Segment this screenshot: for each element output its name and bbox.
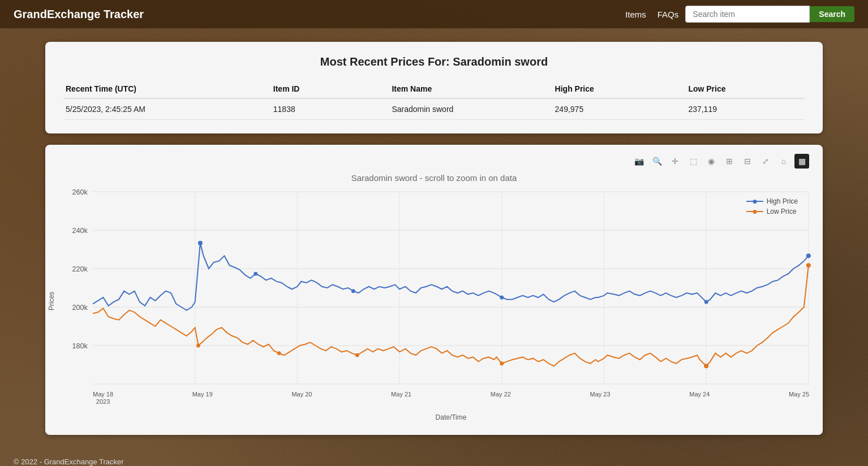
col-header-time: Recent Time (UTC)	[63, 80, 271, 98]
chart-toolbar: 📷 🔍 ✛ ⬚ ◉ ⊞ ⊟ ⤢ ⌂ ▦	[59, 154, 809, 169]
legend-low-price: Low Price	[746, 208, 798, 215]
toolbar-lasso-icon[interactable]: ◉	[704, 154, 719, 169]
x-label-7: May 25	[789, 391, 809, 405]
nav-links: Items FAQs	[625, 10, 678, 19]
cell-high-price: 249,975	[553, 98, 686, 120]
table-header-row: Recent Time (UTC) Item ID Item Name High…	[63, 80, 805, 98]
svg-point-23	[806, 253, 811, 258]
x-label-2: May 20	[291, 391, 312, 405]
svg-point-20	[351, 289, 355, 293]
svg-text:180k: 180k	[72, 342, 88, 350]
toolbar-zoomin-icon[interactable]: ⊞	[722, 154, 737, 169]
toolbar-home-icon[interactable]: ⌂	[776, 154, 791, 169]
x-axis-label: Date/Time	[93, 413, 809, 421]
footer-text: © 2022 - GrandExchange Tracker	[14, 458, 124, 466]
svg-point-24	[196, 344, 200, 348]
toolbar-bar-icon[interactable]: ▦	[794, 154, 809, 169]
navbar: GrandExchange Tracker Items FAQs Search	[0, 0, 868, 28]
col-header-id: Item ID	[271, 80, 390, 98]
nav-items[interactable]: Items	[625, 10, 646, 19]
toolbar-zoomout-icon[interactable]: ⊟	[740, 154, 755, 169]
col-header-name: Item Name	[389, 80, 552, 98]
chart-title: Saradomin sword - scroll to zoom in on d…	[59, 173, 809, 183]
footer: © 2022 - GrandExchange Tracker	[0, 448, 868, 466]
x-label-0: May 182023	[93, 391, 113, 405]
legend-high-label: High Price	[767, 197, 798, 205]
legend-high-price: High Price	[746, 197, 798, 205]
x-label-5: May 23	[590, 391, 611, 405]
chart-svg: 260k 240k 220k 200k 180k	[93, 192, 809, 384]
cell-time: 5/25/2023, 2:45:25 AM	[63, 98, 271, 120]
x-label-6: May 24	[689, 391, 710, 405]
search-button[interactable]: Search	[810, 6, 854, 22]
svg-text:260k: 260k	[72, 188, 88, 196]
x-label-4: May 22	[491, 391, 511, 405]
svg-point-29	[806, 263, 811, 267]
toolbar-pan-icon[interactable]: ✛	[668, 154, 682, 169]
chart-card: 📷 🔍 ✛ ⬚ ◉ ⊞ ⊟ ⤢ ⌂ ▦ Saradomin sword - sc…	[45, 145, 823, 435]
col-header-high: High Price	[553, 80, 686, 98]
price-card-title: Most Recent Prices For: Saradomin sword	[63, 55, 805, 68]
svg-text:240k: 240k	[72, 227, 88, 235]
price-table: Recent Time (UTC) Item ID Item Name High…	[63, 80, 805, 120]
svg-point-27	[500, 361, 504, 365]
y-axis-label: Prices	[48, 292, 55, 310]
table-row: 5/25/2023, 2:45:25 AM 11838 Saradomin sw…	[63, 98, 805, 120]
main-content: Most Recent Prices For: Saradomin sword …	[0, 28, 868, 448]
price-card: Most Recent Prices For: Saradomin sword …	[45, 42, 823, 133]
legend-low-label: Low Price	[767, 208, 797, 215]
cell-low-price: 237,119	[686, 98, 805, 120]
svg-point-22	[704, 300, 708, 304]
toolbar-zoom-icon[interactable]: 🔍	[650, 154, 664, 169]
chart-legend: High Price Low Price	[746, 197, 798, 218]
col-header-low: Low Price	[686, 80, 805, 98]
svg-point-18	[198, 241, 203, 245]
search-bar: Search	[685, 6, 854, 23]
toolbar-autoscale-icon[interactable]: ⤢	[758, 154, 773, 169]
toolbar-camera-icon[interactable]: 📷	[631, 154, 646, 169]
cell-name: Saradomin sword	[389, 98, 552, 120]
x-axis-labels: May 182023 May 19 May 20 May 21 May 22 M…	[93, 391, 809, 405]
svg-point-26	[355, 353, 359, 357]
svg-point-25	[277, 351, 281, 355]
cell-id: 11838	[271, 98, 390, 120]
svg-text:200k: 200k	[72, 304, 88, 312]
toolbar-select-icon[interactable]: ⬚	[686, 154, 701, 169]
svg-point-19	[253, 272, 257, 276]
nav-faqs[interactable]: FAQs	[658, 10, 679, 19]
svg-point-21	[500, 296, 504, 300]
chart-area[interactable]: 260k 240k 220k 200k 180k	[93, 192, 809, 384]
brand-logo: GrandExchange Tracker	[14, 8, 144, 21]
svg-point-28	[704, 364, 708, 368]
x-label-1: May 19	[192, 391, 213, 405]
svg-text:220k: 220k	[72, 265, 88, 273]
x-label-3: May 21	[391, 391, 411, 405]
search-input[interactable]	[685, 6, 810, 23]
